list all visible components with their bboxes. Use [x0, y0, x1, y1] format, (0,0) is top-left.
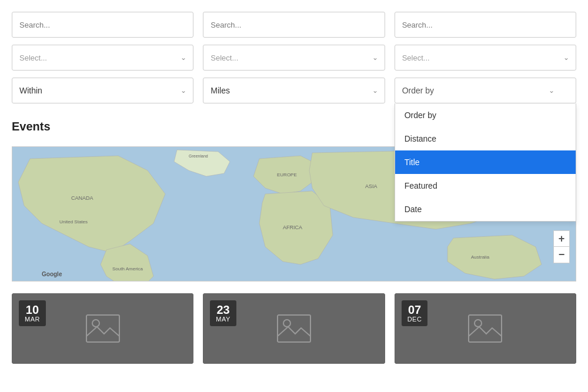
order-by-dropdown: Order byDistanceTitleFeaturedDate [395, 103, 576, 222]
svg-point-11 [92, 320, 99, 327]
within-wrapper: Within 5 Miles 10 Miles 25 Miles 50 Mile… [12, 78, 193, 103]
search-input-1[interactable] [12, 12, 193, 38]
dropdown-item-distance[interactable]: Distance [395, 127, 576, 150]
dropdown-item-title[interactable]: Title [395, 150, 576, 174]
order-by-wrapper: Order by ⌄ Order byDistanceTitleFeatured… [395, 78, 576, 103]
filter-select-1[interactable]: Select... [12, 45, 193, 71]
dropdown-item-featured[interactable]: Featured [395, 174, 576, 197]
svg-rect-10 [86, 315, 119, 342]
svg-rect-14 [469, 315, 502, 342]
order-by-button[interactable]: Order by ⌄ [395, 78, 576, 103]
event-month-1: MAR [25, 316, 40, 323]
svg-point-13 [283, 320, 290, 327]
chevron-down-icon-order: ⌄ [549, 86, 554, 95]
event-day-1: 10 [25, 304, 40, 316]
dropdown-item-date[interactable]: Date [395, 197, 576, 221]
event-date-badge-3: 07 DEC [402, 300, 428, 326]
event-month-2: MAY [216, 316, 230, 323]
zoom-in-button[interactable]: + [553, 230, 570, 247]
zoom-out-button[interactable]: − [553, 247, 570, 263]
svg-point-15 [475, 320, 482, 327]
svg-text:United States: United States [59, 219, 88, 225]
svg-text:AFRICA: AFRICA [283, 225, 302, 230]
filter-select-wrapper-1: Select... ⌄ [12, 45, 193, 71]
svg-text:ASIA: ASIA [365, 183, 377, 189]
order-by-label: Order by [402, 86, 434, 95]
miles-wrapper: Miles Kilometers ⌄ [203, 78, 385, 103]
svg-rect-12 [278, 315, 310, 342]
event-date-badge-2: 23 MAY [210, 300, 236, 326]
svg-text:Greenland: Greenland [189, 154, 208, 158]
filter-select-wrapper-3: Select... ⌄ [395, 45, 576, 71]
event-card-3[interactable]: 07 DEC [395, 293, 576, 364]
dropdown-item-order_by[interactable]: Order by [395, 103, 576, 127]
filter-row-1 [12, 12, 576, 38]
svg-text:South America: South America [112, 266, 143, 272]
event-day-2: 23 [216, 304, 230, 316]
image-icon-1 [85, 314, 121, 343]
event-month-3: DEC [407, 316, 422, 323]
filter-select-wrapper-2: Select... ⌄ [203, 45, 385, 71]
event-card-2[interactable]: 23 MAY [203, 293, 385, 364]
page-wrapper: Select... ⌄ Select... ⌄ Select... ⌄ [0, 0, 588, 392]
event-card-1[interactable]: 10 MAR [12, 293, 193, 364]
cards-row: 10 MAR 23 MAY [0, 282, 588, 376]
map-controls: + − [553, 230, 570, 263]
image-icon-3 [467, 314, 503, 343]
filters-section: Select... ⌄ Select... ⌄ Select... ⌄ [0, 0, 588, 103]
miles-select[interactable]: Miles Kilometers [203, 78, 385, 103]
svg-text:Australia: Australia [471, 254, 490, 260]
filter-row-3: Within 5 Miles 10 Miles 25 Miles 50 Mile… [12, 78, 576, 103]
filter-select-3[interactable]: Select... [395, 45, 576, 71]
search-input-3[interactable] [395, 12, 576, 38]
event-date-badge-1: 10 MAR [19, 300, 46, 326]
svg-text:Google: Google [42, 271, 62, 277]
image-icon-2 [276, 314, 312, 343]
event-day-3: 07 [407, 304, 422, 316]
svg-text:CANADA: CANADA [71, 195, 93, 201]
filter-select-2[interactable]: Select... [203, 45, 385, 71]
svg-text:EUROPE: EUROPE [277, 172, 297, 177]
within-select[interactable]: Within 5 Miles 10 Miles 25 Miles 50 Mile… [12, 78, 193, 103]
search-input-2[interactable] [203, 12, 385, 38]
filter-row-2: Select... ⌄ Select... ⌄ Select... ⌄ [12, 45, 576, 71]
